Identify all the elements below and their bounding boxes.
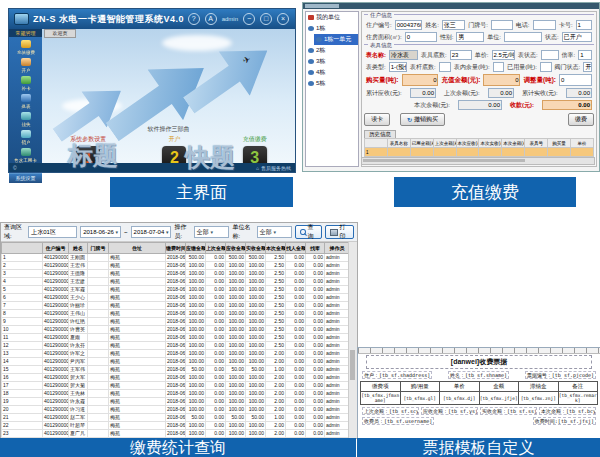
receipt-header-cell[interactable]: 金额: [479, 382, 519, 392]
print-button[interactable]: 打印: [325, 225, 354, 239]
field-input[interactable]: 0: [559, 74, 592, 86]
search-button[interactable]: 查询: [295, 225, 322, 239]
field-input[interactable]: 0: [483, 74, 520, 86]
table-row[interactable]: 4 40129000004 王宏建 梅苑 2018-06-26 16:24:12…: [2, 278, 350, 286]
field-input[interactable]: 1: [578, 50, 592, 60]
horizontal-scrollbar[interactable]: [361, 157, 595, 165]
field-input[interactable]: 00043760: [395, 20, 423, 30]
table-row[interactable]: 20 40129000020 许习道 梅苑 2018-06-26 16:50:4…: [2, 406, 350, 414]
tree-node[interactable]: 4栋: [306, 67, 358, 78]
table-row[interactable]: 14 40129000014 尹丙军 梅苑 2018-06-26 16:40:4…: [2, 358, 350, 366]
sidebar-item[interactable]: 开户: [13, 58, 38, 73]
field-input[interactable]: 2.5元/吨: [492, 50, 515, 60]
field-input[interactable]: [533, 20, 556, 30]
table-row[interactable]: 8 40129000008 王伟山 梅苑 2018-06-26 16:30:17…: [2, 310, 350, 318]
table-row[interactable]: 21 40129000021 赵二军 梅苑 2018-06-26 16:51:0…: [2, 414, 350, 422]
help-icon[interactable]: ?: [188, 13, 200, 25]
receipt-header-cell[interactable]: 单价: [440, 382, 480, 392]
sidebar-item[interactable]: 挂失: [13, 112, 38, 127]
placeholder-cell[interactable]: [tb_sfmx.jfje]: [479, 392, 519, 405]
pay-button[interactable]: 缴费: [568, 113, 594, 126]
receipt-header-cell[interactable]: 缴费项: [361, 382, 401, 392]
table-row[interactable]: 6 40129000006 王少心 梅苑 2018-06-26 16:27:23…: [2, 294, 350, 302]
placeholder-field[interactable]: 票据编号：[tb_sf.pjcode]: [525, 371, 596, 379]
scrollbar-thumb[interactable]: [363, 159, 525, 162]
receipt-header-cell[interactable]: 购/用量: [400, 382, 440, 392]
tree-node[interactable]: 1栋: [306, 23, 358, 34]
placeholder-cell[interactable]: [tb_sfmx.gl]: [400, 392, 440, 405]
undo-purchase-button[interactable]: ↻ 撤销购买: [400, 113, 445, 126]
receipt-header-cell[interactable]: 备注: [558, 382, 598, 392]
field-input[interactable]: 1-(预付费)水表: [389, 62, 407, 72]
placeholder-cell[interactable]: [tb_sfmx.dj]: [440, 392, 480, 405]
table-row[interactable]: 15 40129000015 王军伟 梅苑 2018-06-26 16:42:1…: [2, 366, 350, 374]
maximize-button[interactable]: □: [260, 13, 272, 25]
sidebar-item[interactable]: 售水工用卡: [13, 148, 38, 163]
table-row[interactable]: 12 40129000012 许永芬 梅苑 2018-06-26 16:36:1…: [2, 342, 350, 350]
field-input[interactable]: 0.00: [542, 100, 592, 110]
table-row[interactable]: 5 40129000005 王军霞 梅苑 2018-06-26 16:25:53…: [2, 286, 350, 294]
history-row[interactable]: 1: [365, 148, 594, 157]
tree-root[interactable]: 我的单位: [306, 12, 358, 23]
tree-node[interactable]: 1栋一单元: [314, 34, 358, 45]
date-to-input[interactable]: 2018-07-04 ▾: [131, 226, 172, 238]
table-row[interactable]: 22 40129000022 叶超琴 梅苑 2018-06-26 16:51:2…: [2, 422, 350, 430]
unit-select[interactable]: 全部 ▾: [257, 226, 293, 238]
table-row[interactable]: 19 40129000019 许永霞 梅苑 2018-06-26 16:48:1…: [2, 398, 350, 406]
placeholder-field[interactable]: 住户：[tb_sf.shaddress]: [362, 371, 432, 379]
placeholder-field[interactable]: 本次余额：[tb_sf.bcye]: [539, 407, 596, 415]
field-input[interactable]: 已开户: [562, 32, 592, 42]
tree-node[interactable]: 2栋: [306, 45, 358, 56]
placeholder-field[interactable]: 应收金额：[tb_sf.ysje]: [421, 407, 478, 415]
user-icon[interactable]: A: [205, 13, 217, 25]
receipt-header-cell[interactable]: 滞纳金: [519, 382, 559, 392]
receipt-title[interactable]: [danwei]收费票据: [366, 355, 592, 369]
placeholder-cell[interactable]: [tb_sfmx.remark]: [558, 392, 598, 405]
sidebar-item[interactable]: 补卡: [13, 76, 38, 91]
date-from-input[interactable]: 2018-06-26 ▾: [80, 226, 121, 238]
operator-select[interactable]: 全部 ▾: [194, 226, 230, 238]
field-input[interactable]: 0.00: [458, 100, 502, 110]
tree-node[interactable]: 3栋: [306, 56, 358, 67]
table-row[interactable]: 23 40129000023 夏广凡 梅苑 2018-06-26 16:52:4…: [2, 430, 350, 438]
sidebar-item[interactable]: 充值缴费: [13, 40, 38, 55]
template-canvas[interactable]: [danwei]收费票据 住户：[tb_sf.shaddress]姓名：[tb_…: [360, 354, 598, 436]
field-input[interactable]: [541, 50, 559, 60]
placeholder-field[interactable]: 实收金额：[tb_sf.ssje]: [480, 407, 537, 415]
table-row[interactable]: 17 40129000017 贺大菊 梅苑 2018-06-26 16:44:5…: [2, 382, 350, 390]
scrollbar-thumb[interactable]: [350, 350, 355, 380]
area-input[interactable]: 上水01区: [28, 226, 77, 238]
field-input[interactable]: [540, 62, 552, 72]
sidebar-item[interactable]: 换表: [13, 94, 38, 109]
minimize-button[interactable]: −: [243, 13, 255, 25]
table-row[interactable]: 11 40129000011 夏雨 梅苑 2018-06-26 16:35:14…: [2, 334, 350, 342]
placeholder-field[interactable]: 姓名：[tb_sf.shname]: [448, 371, 509, 379]
vertical-scrollbar[interactable]: [348, 242, 357, 438]
table-row[interactable]: 2 40129000002 王宏伟 梅苑 2018-06-26 15:56:32…: [2, 262, 350, 270]
table-row[interactable]: 9 40129000009 许红艳 梅苑 2018-06-26 16:30:55…: [2, 318, 350, 326]
table-row[interactable]: 10 40129000010 许曹英 梅苑 2018-06-26 16:31:2…: [2, 326, 350, 334]
field-input[interactable]: 1: [576, 20, 592, 30]
placeholder-field[interactable]: 收费时间:[tb_sf.jfsj]: [533, 417, 596, 425]
field-input[interactable]: [439, 62, 451, 72]
table-row[interactable]: 18 40129000018 王先林 梅苑 2018-06-26 16:46:3…: [2, 390, 350, 398]
field-input[interactable]: 开: [583, 62, 592, 72]
home-icon[interactable]: ⌂: [256, 165, 259, 171]
table-row[interactable]: 16 40129000016 贺大军 梅苑 2018-06-26 16:43:1…: [2, 374, 350, 382]
field-input[interactable]: 张三: [442, 20, 465, 30]
read-card-button[interactable]: 读卡: [364, 113, 390, 126]
field-input[interactable]: 男: [456, 32, 484, 42]
close-button[interactable]: ×: [277, 13, 289, 25]
sidebar-item[interactable]: 销户: [13, 130, 38, 145]
field-input[interactable]: 0: [405, 32, 437, 42]
field-input[interactable]: 0: [402, 74, 439, 86]
table-row[interactable]: 1 40129000001 王刚圆 梅苑 2018-06-26 07:50:17…: [2, 254, 350, 262]
field-input[interactable]: 冷水表: [389, 50, 418, 60]
field-input[interactable]: 23: [450, 50, 472, 60]
table-row[interactable]: 13 40129000013 许军之 梅苑 2018-06-26 16:38:0…: [2, 350, 350, 358]
sidebar-panel[interactable]: 系统设置: [9, 173, 42, 183]
placeholder-cell[interactable]: [tb_sfmx.jfmxname]: [361, 392, 401, 405]
table-row[interactable]: 3 40129000003 王德隆 梅苑 2018-06-26 16:22:46…: [2, 270, 350, 278]
placeholder-field[interactable]: 收费员：[tb_sf.username]: [362, 417, 434, 425]
field-input[interactable]: [493, 62, 505, 72]
